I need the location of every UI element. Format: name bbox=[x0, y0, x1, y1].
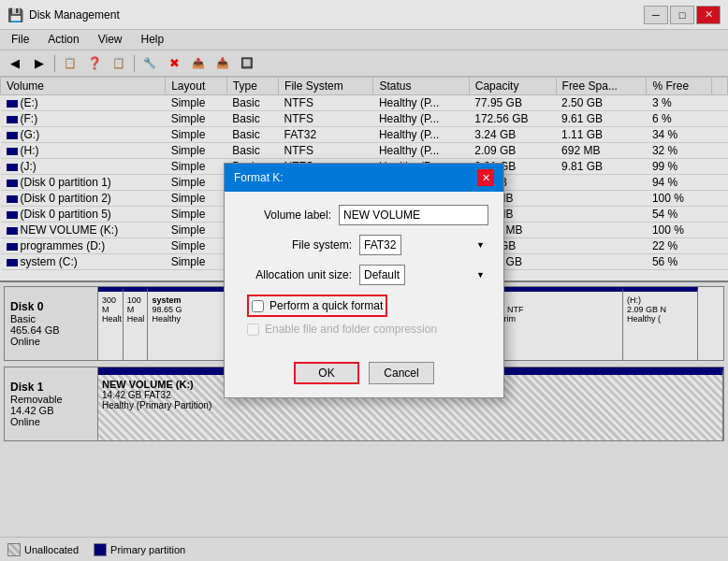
volume-label-input[interactable] bbox=[339, 205, 488, 225]
quick-format-border: Perform a quick format bbox=[247, 295, 387, 317]
alloc-size-select[interactable]: Default 512 1024 2048 4096 bbox=[359, 265, 405, 285]
volume-label-label: Volume label: bbox=[240, 209, 331, 222]
modal-close-button[interactable]: ✕ bbox=[477, 169, 494, 186]
format-dialog: Format K: ✕ Volume label: File system: F… bbox=[224, 163, 504, 398]
volume-label-row: Volume label: bbox=[240, 205, 488, 225]
compression-label: Enable file and folder compression bbox=[265, 323, 437, 336]
quick-format-row: Perform a quick format bbox=[240, 295, 488, 317]
compression-row: Enable file and folder compression bbox=[240, 323, 488, 336]
cancel-button[interactable]: Cancel bbox=[369, 362, 434, 384]
alloc-size-row: Allocation unit size: Default 512 1024 2… bbox=[240, 265, 488, 285]
compression-checkbox bbox=[247, 324, 259, 336]
alloc-size-label: Allocation unit size: bbox=[240, 268, 352, 281]
file-system-label: File system: bbox=[240, 238, 352, 252]
file-system-select[interactable]: FAT32 NTFS exFAT bbox=[359, 235, 401, 255]
ok-button[interactable]: OK bbox=[294, 362, 359, 384]
modal-footer: OK Cancel bbox=[225, 354, 503, 397]
file-system-select-wrapper: FAT32 NTFS exFAT bbox=[359, 235, 488, 255]
modal-overlay: Format K: ✕ Volume label: File system: F… bbox=[0, 0, 728, 561]
quick-format-label: Perform a quick format bbox=[269, 299, 383, 312]
alloc-size-select-wrapper: Default 512 1024 2048 4096 bbox=[359, 265, 488, 285]
modal-title-bar: Format K: ✕ bbox=[225, 164, 503, 192]
modal-body: Volume label: File system: FAT32 NTFS ex… bbox=[225, 192, 503, 354]
file-system-row: File system: FAT32 NTFS exFAT bbox=[240, 235, 488, 255]
quick-format-checkbox[interactable] bbox=[252, 300, 264, 312]
modal-title-text: Format K: bbox=[234, 171, 284, 184]
